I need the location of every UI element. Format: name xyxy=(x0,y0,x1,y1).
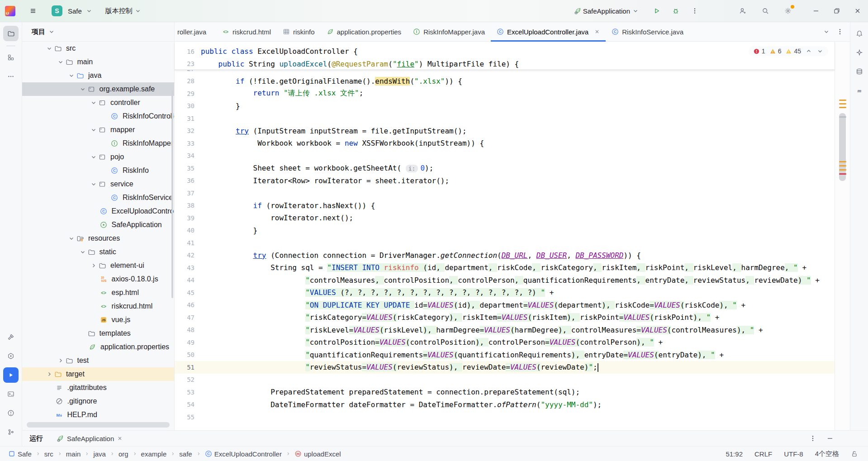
tree-item-esp.html[interactable]: <>esp.html xyxy=(22,286,174,299)
settings-button[interactable] xyxy=(780,3,796,19)
code-with-me-button[interactable] xyxy=(735,3,750,19)
breadcrumb-main[interactable]: main xyxy=(64,449,83,459)
inspections-widget[interactable]: 1 6 45 xyxy=(749,46,828,56)
toolwindow-button-project-folder[interactable] xyxy=(3,26,19,41)
tree-chevron[interactable] xyxy=(66,72,76,79)
tab-close-icon[interactable] xyxy=(594,29,600,34)
line-number-29[interactable]: 29 xyxy=(175,90,201,97)
project-panel-header[interactable]: 项目 xyxy=(22,22,174,42)
line-number-45[interactable]: 45 xyxy=(175,289,201,296)
toolwindow-button-terminal[interactable] xyxy=(3,386,19,402)
line-number-42[interactable]: 42 xyxy=(175,252,201,259)
tree-item-pojo[interactable]: pojo xyxy=(22,150,174,164)
run-button[interactable] xyxy=(649,3,664,19)
encoding-widget[interactable]: UTF-8 xyxy=(784,450,803,458)
toolwindow-button-database[interactable] xyxy=(852,64,867,79)
error-stripe[interactable] xyxy=(835,42,850,430)
caret-position-widget[interactable]: 51:92 xyxy=(726,450,743,458)
stripe-mark[interactable] xyxy=(839,103,846,105)
tree-item-test[interactable]: test xyxy=(22,354,174,367)
window-minimize-button[interactable] xyxy=(806,0,826,22)
close-icon[interactable] xyxy=(117,436,123,441)
next-problem-button[interactable] xyxy=(816,48,824,55)
toolwindow-button-hammer[interactable] xyxy=(3,329,19,345)
tree-item-templates[interactable]: templates xyxy=(22,327,174,340)
tree-item-service[interactable]: service xyxy=(22,177,174,191)
line-number-31[interactable]: 31 xyxy=(175,115,201,122)
tab-exceluploadcontroller.java[interactable]: CExcelUploadController.java xyxy=(491,22,606,41)
tree-item-exceluploadcontroller[interactable]: CExcelUploadController xyxy=(22,204,174,218)
tree-chevron[interactable] xyxy=(89,262,99,269)
tab-roller.java[interactable]: roller.java xyxy=(175,22,216,41)
tree-chevron[interactable] xyxy=(89,153,99,161)
stripe-mark[interactable] xyxy=(839,116,846,118)
line-number-38[interactable]: 38 xyxy=(175,202,201,209)
line-number-48[interactable]: 48 xyxy=(175,326,201,333)
tree-item-mapper[interactable]: mapper xyxy=(22,123,174,137)
tab-application.properties[interactable]: application.properties xyxy=(321,22,408,41)
stripe-mark[interactable] xyxy=(839,100,846,101)
toolwindow-button-maven[interactable]: m xyxy=(852,83,867,98)
tree-item-riskinfoservice[interactable]: CRiskInfoService xyxy=(22,191,174,204)
run-tab-safeapplication[interactable]: SafeApplication xyxy=(57,435,123,442)
toolwindow-button-bell[interactable] xyxy=(852,26,867,41)
line-number-36[interactable]: 36 xyxy=(175,177,201,184)
breadcrumb-exceluploadcontroller[interactable]: CExcelUploadController xyxy=(203,449,284,459)
line-number-52[interactable]: 52 xyxy=(175,376,201,383)
vcs-menu[interactable]: 版本控制 xyxy=(102,4,145,18)
tree-item-.gitattributes[interactable]: .gitattributes xyxy=(22,381,174,394)
breadcrumb-java[interactable]: java xyxy=(91,449,108,459)
tree-item-application.properties[interactable]: application.properties xyxy=(22,340,174,354)
tree-item-java[interactable]: java xyxy=(22,69,174,82)
indent-widget[interactable]: 4个空格 xyxy=(815,450,839,458)
line-number-50[interactable]: 50 xyxy=(175,351,201,358)
tree-item-element-ui[interactable]: element-ui xyxy=(22,259,174,272)
tree-chevron[interactable] xyxy=(89,181,99,188)
line-number-33[interactable]: 33 xyxy=(175,140,201,147)
line-number-55[interactable]: 55 xyxy=(175,413,201,421)
toolwindow-button-git[interactable] xyxy=(3,424,19,440)
run-configuration-widget[interactable]: SafeApplication xyxy=(570,5,643,18)
main-menu-button[interactable] xyxy=(25,3,41,19)
line-number-16[interactable]: 16 xyxy=(175,48,201,55)
line-number-41[interactable]: 41 xyxy=(175,239,201,247)
more-run-actions-button[interactable] xyxy=(687,3,702,19)
tree-item-riskinfomapper[interactable]: IRiskInfoMapper xyxy=(22,137,174,150)
stripe-mark[interactable] xyxy=(839,169,846,171)
tree-item-org.example.safe[interactable]: org.example.safe xyxy=(22,82,174,96)
tree-chevron[interactable] xyxy=(78,248,88,256)
breadcrumb-uploadexcel[interactable]: muploadExcel xyxy=(293,449,343,459)
line-number-44[interactable]: 44 xyxy=(175,276,201,284)
toolwindow-button-run[interactable] xyxy=(3,367,19,383)
breadcrumb-safe[interactable]: safe xyxy=(177,449,194,459)
line-number-34[interactable]: 34 xyxy=(175,152,201,159)
tree-item-safeapplication[interactable]: SafeApplication xyxy=(22,218,174,232)
tree-item-axios-0.18.0.js[interactable]: 100JSaxios-0.18.0.js xyxy=(22,272,174,286)
breadcrumb-src[interactable]: src xyxy=(43,449,55,459)
tree-chevron[interactable] xyxy=(66,235,76,242)
line-number-43[interactable]: 43 xyxy=(175,264,201,271)
tab-options-button[interactable] xyxy=(836,28,844,35)
breadcrumb-org[interactable]: org xyxy=(117,449,130,459)
line-number-27[interactable]: 27 xyxy=(175,70,201,72)
toolwindow-button-services[interactable] xyxy=(3,348,19,364)
line-number-35[interactable]: 35 xyxy=(175,165,201,172)
editor-scrollbar-thumb[interactable] xyxy=(839,113,846,181)
tree-horizontal-scrollbar[interactable] xyxy=(27,422,170,428)
tab-riskinfomapper.java[interactable]: IRiskInfoMapper.java xyxy=(407,22,491,41)
tab-riskcrud.html[interactable]: <>riskcrud.html xyxy=(216,22,277,41)
line-number-49[interactable]: 49 xyxy=(175,339,201,346)
toolwindow-button-more[interactable] xyxy=(3,69,19,84)
line-number-46[interactable]: 46 xyxy=(175,301,201,309)
debug-button[interactable] xyxy=(668,3,683,19)
tree-chevron[interactable] xyxy=(56,58,66,66)
tree-item-src[interactable]: src xyxy=(22,42,174,55)
tree-item-controller[interactable]: controller xyxy=(22,96,174,109)
tree-chevron[interactable] xyxy=(56,357,66,364)
tree-chevron[interactable] xyxy=(78,86,88,93)
run-panel-hide-button[interactable] xyxy=(826,435,834,442)
line-number-28[interactable]: 28 xyxy=(175,77,201,85)
tree-item-vue.js[interactable]: JSvue.js xyxy=(22,313,174,327)
tree-item-riskinfocontroller[interactable]: CRiskInfoController xyxy=(22,109,174,123)
tree-item-riskcrud.html[interactable]: <>riskcrud.html xyxy=(22,299,174,313)
